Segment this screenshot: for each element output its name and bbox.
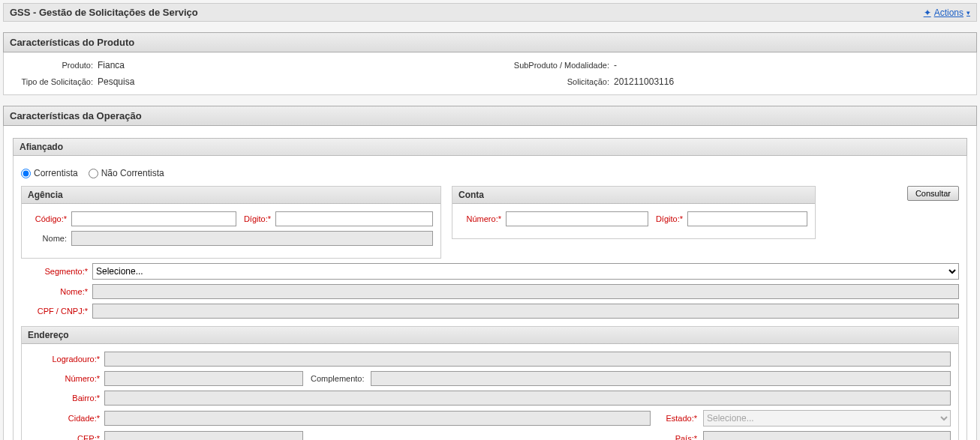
label-agencia-codigo: Código:* xyxy=(29,214,67,223)
radio-nao-correntista-label: Não Correntista xyxy=(101,168,164,178)
input-complemento xyxy=(371,371,951,386)
input-agencia-codigo[interactable] xyxy=(71,211,236,226)
fieldset-endereco: Endereço Logradouro:* Número:* Complemen… xyxy=(21,326,959,440)
label-subproduto: SubProduto / Modalidade: xyxy=(490,61,614,70)
actions-label: Actions xyxy=(934,7,963,18)
input-conta-numero[interactable] xyxy=(506,211,648,226)
radio-nao-correntista-wrap[interactable]: Não Correntista xyxy=(89,168,164,178)
label-segmento: Segmento:* xyxy=(21,267,92,276)
label-tipo-solicitacao: Tipo de Solicitação: xyxy=(11,77,98,86)
panel-afiancado-header: Afiançado xyxy=(13,138,967,156)
actions-menu[interactable]: ✦ Actions ▾ xyxy=(924,7,970,18)
panel-operacao: Características da Operação Afiançado Co… xyxy=(3,106,977,440)
input-agencia-digito[interactable] xyxy=(275,211,433,226)
label-cep: CEP:* xyxy=(29,434,104,440)
label-conta-numero: Número:* xyxy=(460,214,501,223)
input-pais xyxy=(703,431,951,440)
label-agencia-digito: Dígito:* xyxy=(241,214,271,223)
value-produto: Fianca xyxy=(98,60,125,70)
label-pais: País:* xyxy=(651,434,703,440)
label-solicitacao: Solicitação: xyxy=(490,77,614,86)
input-cep xyxy=(104,431,303,440)
select-estado[interactable]: Selecione... xyxy=(703,410,951,427)
panel-produto: Características do Produto Produto: Fian… xyxy=(3,32,977,95)
input-agencia-nome xyxy=(71,231,433,246)
consultar-button[interactable]: Consultar xyxy=(907,186,959,201)
page-title: GSS - Gestão de Solicitações de Serviço xyxy=(10,7,198,18)
actions-icon: ✦ xyxy=(924,7,931,18)
page-header: GSS - Gestão de Solicitações de Serviço … xyxy=(3,3,977,22)
label-logradouro: Logradouro:* xyxy=(29,355,104,364)
label-conta-digito: Dígito:* xyxy=(653,214,683,223)
input-logradouro xyxy=(104,352,951,367)
fieldset-conta-header: Conta xyxy=(452,187,815,204)
chevron-down-icon: ▾ xyxy=(966,9,970,16)
fieldset-conta: Conta Número:* Dígito:* xyxy=(452,186,816,239)
radio-correntista[interactable] xyxy=(21,169,31,178)
value-subproduto: - xyxy=(614,60,617,70)
fieldset-endereco-header: Endereço xyxy=(22,327,958,344)
label-agencia-nome: Nome: xyxy=(29,234,67,243)
select-segmento[interactable]: Selecione... xyxy=(92,263,959,280)
value-solicitacao: 201211003116 xyxy=(614,76,674,87)
fieldset-agencia: Agência Código:* Dígito:* Nome: xyxy=(21,186,441,259)
input-bairro xyxy=(104,391,951,406)
label-bairro: Bairro:* xyxy=(29,394,104,403)
label-complemento: Complemento: xyxy=(303,374,371,383)
fieldset-agencia-header: Agência xyxy=(22,187,440,204)
panel-operacao-header: Características da Operação xyxy=(3,106,977,126)
label-cpfcnpj: CPF / CNPJ:* xyxy=(21,307,92,316)
label-nome: Nome:* xyxy=(21,287,92,296)
label-cidade: Cidade:* xyxy=(29,414,104,423)
value-tipo-solicitacao: Pesquisa xyxy=(98,76,134,87)
panel-produto-header: Características do Produto xyxy=(3,32,977,52)
label-end-numero: Número:* xyxy=(29,374,104,383)
radio-correntista-label: Correntista xyxy=(34,168,78,178)
input-end-numero xyxy=(104,371,303,386)
input-nome xyxy=(92,284,959,299)
label-produto: Produto: xyxy=(11,61,98,70)
radio-nao-correntista[interactable] xyxy=(89,169,98,178)
label-estado: Estado:* xyxy=(651,414,703,423)
input-cidade xyxy=(104,411,651,426)
input-conta-digito[interactable] xyxy=(687,211,807,226)
input-cpfcnpj xyxy=(92,304,959,319)
panel-afiancado: Afiançado Correntista Não Correntista xyxy=(13,138,967,440)
radio-correntista-wrap[interactable]: Correntista xyxy=(21,168,78,178)
